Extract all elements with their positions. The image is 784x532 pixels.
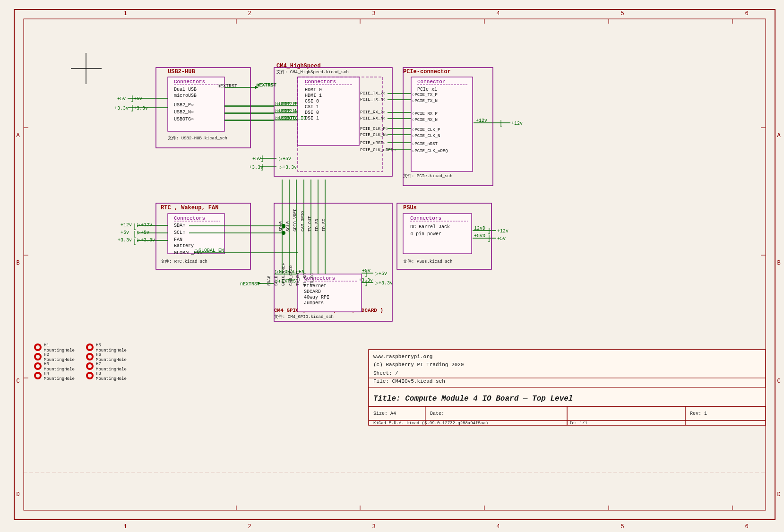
svg-point-145 (88, 364, 92, 368)
psu-desc2: 4 pin power (410, 232, 441, 237)
h3-id: H3 (44, 362, 49, 367)
cm4gpio-sdcard: SDCARD (304, 289, 321, 294)
rtc-title: RTC , Wakeup, FAN (161, 205, 218, 211)
svg-text:B: B (777, 260, 780, 266)
pcie-subtitle: 文件: PCIe.kicad_sch (403, 173, 452, 179)
sda0-bot: SDA0 (267, 275, 272, 286)
usb2hub-usb2n: USB2_N○ (174, 110, 194, 115)
psu-desc1: DC Barrel Jack (410, 224, 450, 230)
h7-id: H7 (96, 362, 101, 367)
psu-5v: +5vD (474, 233, 485, 239)
psu-title: PSUs (403, 205, 417, 211)
cm4hs-hdmi1: HDMI 1 (305, 93, 322, 98)
rtc-box-title: Connectors (174, 215, 205, 221)
pcie-12v-r: +12v (511, 121, 523, 126)
psu-5v-out: +5v (497, 236, 506, 241)
usb2hub-usb2p: USB2_P○ (174, 103, 194, 108)
usb2hub-usbotg: USBOTG○ (174, 117, 194, 122)
h8-id: H8 (96, 371, 101, 376)
psu-12v: 12vD (474, 226, 485, 231)
cm4hs-title: CM4_HighSpeed (276, 63, 321, 69)
svg-text:1: 1 (123, 10, 127, 17)
svg-text:4: 4 (496, 523, 500, 530)
ilsd-bot: IL_SD (303, 273, 308, 286)
cm4gpio-box-title: Connectors (304, 275, 335, 281)
svg-text:B: B (16, 260, 19, 266)
caml-gpio-label: CAM_GPIO (301, 211, 305, 232)
sheet-label: Sheet: / (373, 370, 398, 376)
pcie-rxn-in: ○PCIE_RX_N (412, 118, 438, 122)
cm4hs-5v: +5v (252, 156, 261, 162)
svg-point-147 (88, 374, 92, 378)
svg-text:6: 6 (745, 10, 748, 17)
svg-text:1: 1 (123, 523, 127, 530)
svg-point-135 (36, 355, 40, 359)
idsc-bot: ID_SC (310, 273, 315, 286)
cm4hs-pcie-rxn-out: PCIE_RX_N○ (360, 116, 386, 121)
scld-bot: SCLD (274, 275, 279, 286)
cm4hs-pcie-nrst-out: PCIE_nRST○ (360, 141, 386, 146)
pcie-clkp-in: ○PCIE_CLK_P (412, 128, 440, 132)
pcie-txn-in: ○PCIE_TX_N (412, 99, 438, 103)
cm4hs-pcie-clkp-out: PCIE_CLK_P○ (360, 127, 388, 131)
rtc-desc1: FAN (174, 237, 182, 242)
h4-id: H4 (44, 371, 49, 376)
cm4hs-33v-r: ▷+3.3v (279, 165, 297, 170)
nextrst-flag1: nEXTRST (257, 83, 276, 88)
cm4hs-box-title: Connectors (305, 79, 336, 85)
pcie-clkn-in: ○PCIE_CLK_N (412, 134, 440, 138)
cm4hs-csi0: CSI 0 (305, 99, 319, 104)
cm4hs-hdmi0: HDMI 0 (305, 87, 322, 93)
svg-text:D: D (777, 491, 780, 498)
pcie-title: PCIe-connector (403, 69, 451, 75)
usb2hub-nextrst-label: nEXTRST (217, 84, 237, 89)
pcie-rxp-in: ○PCIE_RX_P (412, 112, 438, 116)
cm4hs-dsi0: DSI 0 (305, 110, 319, 115)
h2-id: H2 (44, 352, 49, 357)
usb2hub-5v-left: +5v (117, 96, 126, 102)
svg-text:2: 2 (248, 10, 251, 17)
rtc-33v: +3.3v (118, 238, 132, 243)
svg-text:6: 6 (745, 523, 748, 530)
gpio-vref-label: GPIO_VREF (293, 208, 298, 232)
svg-text:A: A (777, 132, 781, 139)
pcie-txp-in: ○PCIE_TX_P (412, 93, 438, 97)
svg-point-141 (88, 345, 92, 349)
file-label: File: CM4IOv5.kicad_sch (373, 378, 445, 384)
nextrst-left: nEXTRST (240, 282, 260, 287)
date-label: Date: (430, 411, 444, 416)
website: www.raspberrypi.org (373, 354, 432, 360)
gpio-33v-r: ▷+3.3v (375, 281, 393, 286)
usb2hub-5v-right: +5v (134, 96, 142, 102)
usb2hub-desc2: microUSB (174, 93, 197, 98)
pcie-12v: +12v (476, 118, 487, 123)
usb2hub-33v-right: +3.3v (134, 106, 148, 111)
svg-text:5: 5 (620, 10, 624, 17)
cm4hs-pcie-clkn-out: PCIE_CLK_N○ (360, 133, 388, 137)
usb2hub-33v-left: +3.3v (114, 106, 129, 111)
usb2hub-desc1: Dual USB (174, 87, 197, 92)
usb2hub-box-title: Connectors (174, 79, 205, 85)
id-sd-label: ID_SD (315, 219, 319, 232)
cm4hs-pcie-rxp-out: PCIE_RX_P○ (360, 110, 386, 115)
psu-box-title: Connectors (410, 215, 441, 221)
rtc-12v: +12v (121, 223, 132, 228)
h1-id: H1 (44, 343, 49, 348)
gpio-5v-r: ▷+5v (375, 271, 387, 276)
scl0-label: SCL0 (286, 221, 291, 232)
psu-12v-out: +12v (497, 229, 508, 234)
camlgpio-bot: CAM_GPIO (289, 266, 293, 286)
svg-point-139 (36, 374, 40, 378)
psu-subtitle: 文件: PSUs.kicad_sch (403, 259, 452, 264)
svg-text:C: C (777, 378, 780, 385)
h8-label: MountingHole (96, 377, 127, 381)
rtc-5v: +5v (121, 230, 129, 235)
svg-text:C: C (16, 378, 19, 385)
rtc-sda: SDA○ (174, 223, 185, 228)
gpiovref-bot: GPIO_VREF (281, 263, 286, 286)
svg-point-143 (88, 355, 92, 359)
tvout-bot: TV_OUT (296, 270, 301, 286)
svg-text:3: 3 (372, 10, 375, 17)
cm4gpio-subtitle: 文件: CM4_GPIO.kicad_sch (274, 314, 334, 319)
tv-out-label: TV_OUT (308, 216, 312, 232)
